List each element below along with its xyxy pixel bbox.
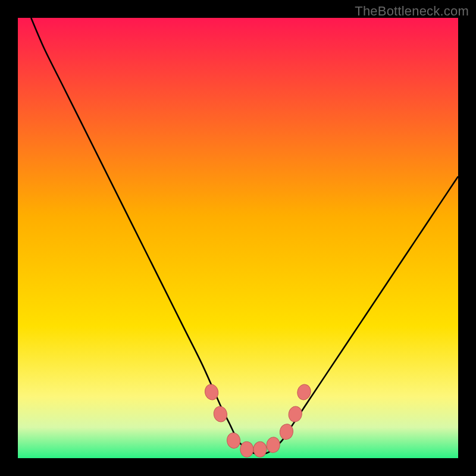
curve-marker	[240, 441, 253, 458]
outer-frame: TheBottleneck.com	[0, 0, 476, 476]
bottleneck-chart	[18, 18, 458, 458]
attribution-text: TheBottleneck.com	[355, 4, 469, 19]
plot-area	[18, 18, 458, 458]
gradient-background	[18, 18, 458, 458]
curve-marker	[253, 441, 267, 457]
